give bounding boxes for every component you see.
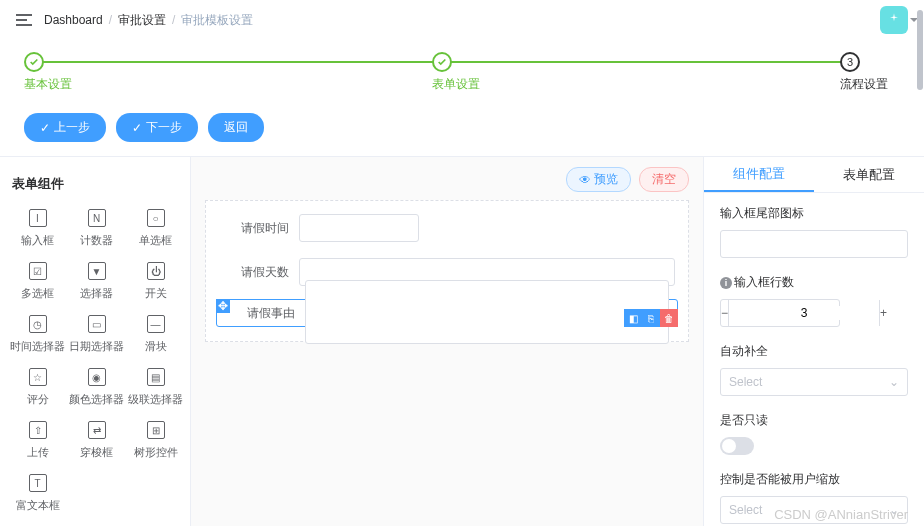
component-icon: I <box>29 209 47 227</box>
step-title: 流程设置 <box>840 76 900 93</box>
component-icon: ▼ <box>88 262 106 280</box>
check-icon <box>437 57 447 67</box>
reason-textarea[interactable] <box>305 280 669 344</box>
component-label: 上传 <box>27 445 49 460</box>
component-item[interactable]: N计数器 <box>67 203 126 254</box>
tab-component-config[interactable]: 组件配置 <box>704 157 814 192</box>
form-canvas-body[interactable]: 请假时间 请假天数 ✥ 请假事由 ◧ ⎘ 🗑 <box>205 200 689 342</box>
prev-button[interactable]: ✓上一步 <box>24 113 106 142</box>
component-label: 颜色选择器 <box>69 392 124 407</box>
decrease-button[interactable]: − <box>721 300 729 326</box>
prop-readonly: 是否只读 <box>720 412 908 455</box>
next-button[interactable]: ✓下一步 <box>116 113 198 142</box>
readonly-switch[interactable] <box>720 437 754 455</box>
component-item[interactable]: ☆评分 <box>8 362 67 413</box>
field-label: 请假时间 <box>219 214 299 242</box>
component-item[interactable]: ○单选框 <box>126 203 185 254</box>
props-panel: 组件配置 表单配置 输入框尾部图标 i输入框行数 − + 自动补全 Select… <box>704 157 924 526</box>
component-icon: ⇧ <box>29 421 47 439</box>
breadcrumb-mid[interactable]: 审批设置 <box>118 12 166 29</box>
form-canvas[interactable]: 👁预览 清空 请假时间 请假天数 ✥ 请假事由 ◧ ⎘ 🗑 <box>190 157 704 526</box>
form-field-date[interactable]: 请假时间 <box>216 211 678 245</box>
component-item[interactable]: T富文本框 <box>8 468 67 519</box>
check-icon: ✓ <box>40 121 50 135</box>
step-basic: 基本设置 <box>24 52 432 93</box>
chevron-down-icon: ⌄ <box>889 375 899 389</box>
increase-button[interactable]: + <box>879 300 887 326</box>
move-icon[interactable]: ◧ <box>624 309 642 327</box>
drag-handle-icon[interactable]: ✥ <box>216 299 230 313</box>
prop-label: 输入框行数 <box>734 274 794 291</box>
prop-suffix-icon: 输入框尾部图标 <box>720 205 908 258</box>
breadcrumb-root[interactable]: Dashboard <box>44 13 103 27</box>
action-bar: ✓上一步 ✓下一步 返回 <box>0 99 924 156</box>
component-item[interactable]: ▭日期选择器 <box>67 309 126 360</box>
prop-label: 是否只读 <box>720 412 908 429</box>
sidebar-group-title: 表单组件 <box>12 175 182 193</box>
component-item[interactable]: —滑块 <box>126 309 185 360</box>
tab-form-config[interactable]: 表单配置 <box>814 157 924 192</box>
component-icon: T <box>29 474 47 492</box>
breadcrumb-current: 审批模板设置 <box>181 12 253 29</box>
component-item[interactable]: ⏻开关 <box>126 256 185 307</box>
form-field-reason[interactable]: ✥ 请假事由 ◧ ⎘ 🗑 <box>216 299 678 327</box>
info-icon: i <box>720 277 732 289</box>
step-flow: 3 流程设置 <box>840 52 900 93</box>
component-icon: ○ <box>147 209 165 227</box>
scrollbar[interactable] <box>916 0 924 526</box>
step-form: 表单设置 <box>432 52 840 93</box>
component-item[interactable]: I输入框 <box>8 203 67 254</box>
component-label: 富文本框 <box>16 498 60 513</box>
autocomplete-select[interactable]: Select⌄ <box>720 368 908 396</box>
component-label: 计数器 <box>80 233 113 248</box>
component-item[interactable]: ▼选择器 <box>67 256 126 307</box>
component-label: 时间选择器 <box>10 339 65 354</box>
suffix-input[interactable] <box>720 230 908 258</box>
component-item[interactable]: ◉颜色选择器 <box>67 362 126 413</box>
step-number: 3 <box>847 56 853 68</box>
step-title: 表单设置 <box>432 76 840 93</box>
component-item[interactable]: ⊞树形控件 <box>126 415 185 466</box>
component-item[interactable]: ⇄穿梭框 <box>67 415 126 466</box>
check-icon: ✓ <box>132 121 142 135</box>
component-label: 开关 <box>145 286 167 301</box>
check-icon <box>29 57 39 67</box>
field-label: 请假天数 <box>219 258 299 286</box>
rows-number-input[interactable]: − + <box>720 299 840 327</box>
rows-value[interactable] <box>729 306 879 320</box>
component-icon: ☆ <box>29 368 47 386</box>
component-item[interactable]: ☑多选框 <box>8 256 67 307</box>
component-icon: ▤ <box>147 368 165 386</box>
header: Dashboard / 审批设置 / 审批模板设置 <box>0 0 924 40</box>
component-icon: ◉ <box>88 368 106 386</box>
component-icon: ⊞ <box>147 421 165 439</box>
prop-rows: i输入框行数 − + <box>720 274 908 327</box>
component-item[interactable]: ◷时间选择器 <box>8 309 67 360</box>
main: 表单组件 I输入框N计数器○单选框☑多选框▼选择器⏻开关◷时间选择器▭日期选择器… <box>0 156 924 526</box>
prop-label: 控制是否能被用户缩放 <box>720 471 908 488</box>
component-label: 滑块 <box>145 339 167 354</box>
preview-button[interactable]: 👁预览 <box>566 167 631 192</box>
component-label: 树形控件 <box>134 445 178 460</box>
component-sidebar: 表单组件 I输入框N计数器○单选框☑多选框▼选择器⏻开关◷时间选择器▭日期选择器… <box>0 157 190 526</box>
component-icon: — <box>147 315 165 333</box>
delete-icon[interactable]: 🗑 <box>660 309 678 327</box>
back-button[interactable]: 返回 <box>208 113 264 142</box>
copy-icon[interactable]: ⎘ <box>642 309 660 327</box>
component-label: 单选框 <box>139 233 172 248</box>
eye-icon: 👁 <box>579 173 591 187</box>
date-input[interactable] <box>299 214 419 242</box>
menu-toggle-icon[interactable] <box>16 14 32 26</box>
prop-label: 输入框尾部图标 <box>720 205 908 222</box>
prop-label: 自动补全 <box>720 343 908 360</box>
component-item[interactable]: ⇧上传 <box>8 415 67 466</box>
avatar[interactable] <box>880 6 908 34</box>
field-label: 请假事由 <box>225 299 305 327</box>
clear-button[interactable]: 清空 <box>639 167 689 192</box>
resize-select[interactable]: Select⌄ <box>720 496 908 524</box>
component-label: 级联选择器 <box>128 392 183 407</box>
component-icon: ☑ <box>29 262 47 280</box>
component-label: 输入框 <box>21 233 54 248</box>
component-item[interactable]: ▤级联选择器 <box>126 362 185 413</box>
component-label: 日期选择器 <box>69 339 124 354</box>
